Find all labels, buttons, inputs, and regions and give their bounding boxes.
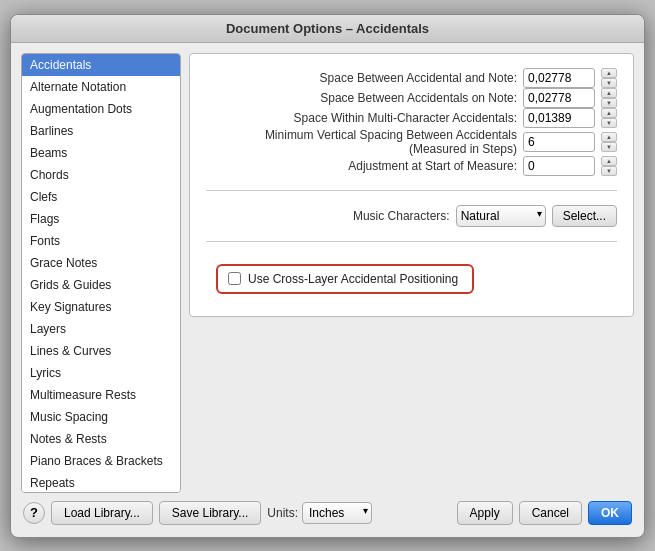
spin-up-4[interactable]: ▲: [601, 156, 617, 166]
help-button[interactable]: ?: [23, 502, 45, 524]
bottom-bar: ? Load Library... Save Library... Units:…: [21, 493, 634, 527]
form-row-1: Space Between Accidentals on Note:▲▼: [206, 88, 617, 108]
sidebar-item-fonts[interactable]: Fonts: [22, 230, 180, 252]
field-label-0: Space Between Accidental and Note:: [206, 71, 517, 85]
sidebar-item-layers[interactable]: Layers: [22, 318, 180, 340]
field-label-2: Space Within Multi-Character Accidentals…: [206, 111, 517, 125]
field-input-4[interactable]: [523, 156, 595, 176]
form-row-0: Space Between Accidental and Note:▲▼: [206, 68, 617, 88]
sidebar-item-grace-notes[interactable]: Grace Notes: [22, 252, 180, 274]
spin-arrows-3: ▲▼: [601, 132, 617, 152]
sidebar-item-alternate-notation[interactable]: Alternate Notation: [22, 76, 180, 98]
units-select[interactable]: InchesCentimetersPointsEVPUs: [302, 502, 372, 524]
spin-down-1[interactable]: ▼: [601, 98, 617, 108]
sidebar-item-piano-braces---brackets[interactable]: Piano Braces & Brackets: [22, 450, 180, 472]
units-row: Units: InchesCentimetersPointsEVPUs: [267, 502, 372, 524]
titlebar: Document Options – Accidentals: [11, 15, 644, 43]
form-section: Space Between Accidental and Note:▲▼Spac…: [189, 53, 634, 317]
spin-arrows-2: ▲▼: [601, 108, 617, 128]
divider2: [206, 241, 617, 242]
sidebar-item-key-signatures[interactable]: Key Signatures: [22, 296, 180, 318]
load-library-button[interactable]: Load Library...: [51, 501, 153, 525]
field-input-3[interactable]: [523, 132, 595, 152]
save-library-button[interactable]: Save Library...: [159, 501, 261, 525]
sidebar-item-repeats[interactable]: Repeats: [22, 472, 180, 493]
document-options-window: Document Options – Accidentals Accidenta…: [10, 14, 645, 538]
sidebar-item-augmentation-dots[interactable]: Augmentation Dots: [22, 98, 180, 120]
cancel-button[interactable]: Cancel: [519, 501, 582, 525]
divider: [206, 190, 617, 191]
apply-button[interactable]: Apply: [457, 501, 513, 525]
spin-arrows-1: ▲▼: [601, 88, 617, 108]
sidebar-item-grids---guides[interactable]: Grids & Guides: [22, 274, 180, 296]
field-label-4: Adjustment at Start of Measure:: [206, 159, 517, 173]
spin-down-0[interactable]: ▼: [601, 78, 617, 88]
cross-layer-label: Use Cross-Layer Accidental Positioning: [248, 272, 458, 286]
ok-button[interactable]: OK: [588, 501, 632, 525]
spin-up-3[interactable]: ▲: [601, 132, 617, 142]
sidebar-item-lyrics[interactable]: Lyrics: [22, 362, 180, 384]
cross-layer-box: Use Cross-Layer Accidental Positioning: [216, 264, 474, 294]
spin-up-1[interactable]: ▲: [601, 88, 617, 98]
bottom-right: Apply Cancel OK: [457, 501, 632, 525]
sidebar-item-music-spacing[interactable]: Music Spacing: [22, 406, 180, 428]
spin-arrows-0: ▲▼: [601, 68, 617, 88]
sidebar-item-beams[interactable]: Beams: [22, 142, 180, 164]
form-row-2: Space Within Multi-Character Accidentals…: [206, 108, 617, 128]
field-input-2[interactable]: [523, 108, 595, 128]
spin-up-0[interactable]: ▲: [601, 68, 617, 78]
spin-down-4[interactable]: ▼: [601, 166, 617, 176]
sidebar-item-chords[interactable]: Chords: [22, 164, 180, 186]
form-row-3: Minimum Vertical Spacing Between Acciden…: [206, 128, 617, 156]
sidebar-list: AccidentalsAlternate NotationAugmentatio…: [21, 53, 181, 493]
sidebar-item-lines---curves[interactable]: Lines & Curves: [22, 340, 180, 362]
field-input-1[interactable]: [523, 88, 595, 108]
music-characters-label: Music Characters:: [353, 209, 450, 223]
field-input-0[interactable]: [523, 68, 595, 88]
sidebar-item-notes---rests[interactable]: Notes & Rests: [22, 428, 180, 450]
checkbox-section: Use Cross-Layer Accidental Positioning: [206, 256, 617, 302]
music-chars-row: Music Characters: NaturalFlatSharp Selec…: [206, 205, 617, 227]
cross-layer-checkbox[interactable]: [228, 272, 241, 285]
spin-down-2[interactable]: ▼: [601, 118, 617, 128]
sidebar-item-multimeasure-rests[interactable]: Multimeasure Rests: [22, 384, 180, 406]
spin-down-3[interactable]: ▼: [601, 142, 617, 152]
field-label-1: Space Between Accidentals on Note:: [206, 91, 517, 105]
units-select-wrapper: InchesCentimetersPointsEVPUs: [302, 502, 372, 524]
spin-arrows-4: ▲▼: [601, 156, 617, 176]
sidebar-item-barlines[interactable]: Barlines: [22, 120, 180, 142]
sidebar-item-flags[interactable]: Flags: [22, 208, 180, 230]
units-label: Units:: [267, 506, 298, 520]
select-button[interactable]: Select...: [552, 205, 617, 227]
bottom-left: ? Load Library... Save Library... Units:…: [23, 501, 372, 525]
music-characters-select[interactable]: NaturalFlatSharp: [456, 205, 546, 227]
form-row-4: Adjustment at Start of Measure:▲▼: [206, 156, 617, 176]
spin-up-2[interactable]: ▲: [601, 108, 617, 118]
right-panel: Space Between Accidental and Note:▲▼Spac…: [189, 53, 634, 493]
sidebar-item-clefs[interactable]: Clefs: [22, 186, 180, 208]
field-label-3: Minimum Vertical Spacing Between Acciden…: [206, 128, 517, 156]
sidebar-item-accidentals[interactable]: Accidentals: [22, 54, 180, 76]
window-title: Document Options – Accidentals: [226, 21, 429, 36]
music-chars-select-wrapper: NaturalFlatSharp: [456, 205, 546, 227]
